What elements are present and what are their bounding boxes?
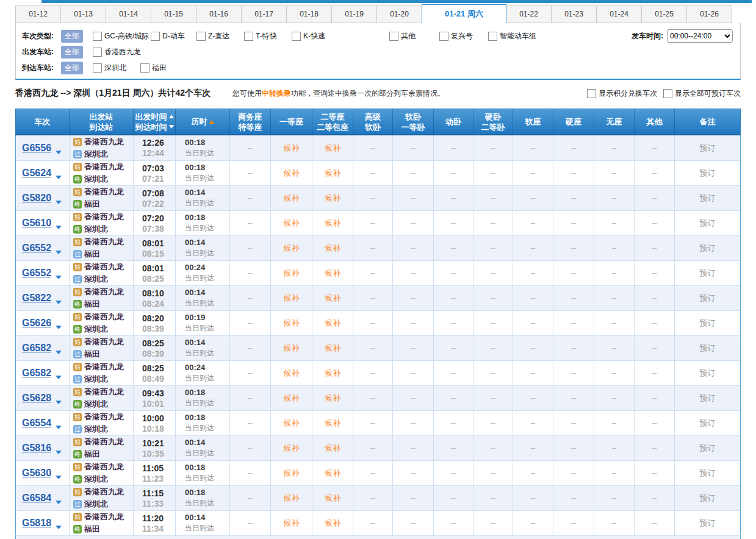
expand-caret-icon[interactable] — [56, 476, 62, 479]
checkbox-icon[interactable] — [93, 48, 102, 57]
date-tab-01-16[interactable]: 01-16 — [196, 5, 242, 23]
first-class-seat-cell[interactable]: 候补 — [271, 161, 312, 185]
arrive-station-all-button[interactable]: 全部 — [61, 62, 83, 74]
first-class-seat-cell[interactable]: 候补 — [271, 186, 312, 210]
first-class-seat-cell[interactable]: 候补 — [271, 386, 312, 410]
second-class-seat-cell[interactable]: 候补 — [312, 286, 353, 310]
date-tab-01-25[interactable]: 01-25 — [641, 5, 687, 23]
date-tab-01-24[interactable]: 01-24 — [596, 5, 642, 23]
date-tab-01-22[interactable]: 01-22 — [506, 5, 552, 23]
book-button[interactable]: 预订 — [675, 386, 740, 410]
expand-caret-icon[interactable] — [56, 376, 62, 379]
second-class-seat-cell[interactable]: 候补 — [312, 261, 353, 285]
first-class-seat-cell[interactable]: 候补 — [271, 511, 312, 535]
expand-caret-icon[interactable] — [56, 426, 62, 429]
date-tab-01-12[interactable]: 01-12 — [15, 5, 61, 23]
book-button[interactable]: 预订 — [675, 511, 740, 535]
checkbox-icon[interactable] — [244, 32, 253, 41]
train-number-link[interactable]: G5630 — [22, 468, 51, 479]
date-tab-01-17[interactable]: 01-17 — [241, 5, 287, 23]
train-number-link[interactable]: G5818 — [22, 518, 51, 529]
book-button[interactable]: 预订 — [675, 261, 740, 285]
checkbox-福田[interactable]: 福田 — [140, 63, 188, 73]
second-class-seat-cell[interactable]: 候补 — [312, 211, 353, 235]
book-button[interactable]: 预订 — [675, 461, 740, 485]
train-number-link[interactable]: G6582 — [22, 368, 51, 379]
second-class-seat-cell[interactable]: 候补 — [312, 186, 353, 210]
train-number-link[interactable]: G6552 — [22, 243, 51, 254]
checkbox-icon[interactable] — [389, 32, 398, 41]
checkbox-香港西九龙[interactable]: 香港西九龙 — [93, 47, 140, 57]
book-button[interactable]: 预订 — [675, 436, 740, 460]
book-button[interactable]: 预订 — [675, 361, 740, 385]
depart-time-select[interactable]: 00:00--24:00 — [667, 29, 733, 43]
book-button[interactable]: 预订 — [675, 286, 740, 310]
second-class-seat-cell[interactable]: 候补 — [312, 236, 353, 260]
first-class-seat-cell[interactable]: 候补 — [271, 211, 312, 235]
second-class-seat-cell[interactable]: 候补 — [312, 135, 353, 160]
train-number-link[interactable]: G6552 — [22, 268, 51, 279]
first-class-seat-cell[interactable]: 候补 — [271, 361, 312, 385]
train-number-link[interactable]: G5822 — [22, 293, 51, 304]
second-class-seat-cell[interactable]: 候补 — [312, 161, 353, 185]
expand-caret-icon[interactable] — [56, 226, 62, 229]
book-button[interactable]: 预订 — [675, 135, 740, 160]
checkbox-Z-直达[interactable]: Z-直达 — [196, 31, 244, 41]
expand-caret-icon[interactable] — [56, 351, 62, 354]
checkbox-icon[interactable] — [488, 32, 497, 41]
book-button[interactable]: 预订 — [675, 486, 740, 510]
expand-caret-icon[interactable] — [56, 251, 62, 254]
checkbox-icon[interactable] — [439, 32, 448, 41]
first-class-seat-cell[interactable]: 候补 — [271, 311, 312, 335]
col-header-times[interactable]: 出发时间到达时间 — [134, 109, 176, 134]
date-tab-01-15[interactable]: 01-15 — [151, 5, 196, 23]
train-number-link[interactable]: G6554 — [22, 418, 51, 429]
train-number-link[interactable]: G5624 — [22, 168, 51, 179]
book-button[interactable]: 预订 — [675, 311, 740, 335]
date-tab-01-18[interactable]: 01-18 — [286, 5, 332, 23]
expand-caret-icon[interactable] — [56, 401, 62, 404]
second-class-seat-cell[interactable]: 候补 — [312, 486, 353, 510]
date-tab-01-14[interactable]: 01-14 — [106, 5, 151, 23]
checkbox-其他[interactable]: 其他 — [389, 31, 439, 41]
date-tab-01-20[interactable]: 01-20 — [376, 5, 422, 23]
date-tab-01-13[interactable]: 01-13 — [60, 5, 106, 23]
book-button[interactable]: 预订 — [675, 336, 740, 360]
checkbox-GC-高铁/城际[interactable]: GC-高铁/城际 — [93, 31, 151, 41]
checkbox-T-特快[interactable]: T-特快 — [244, 31, 292, 41]
first-class-seat-cell[interactable]: 候补 — [271, 286, 312, 310]
checkbox-显示积分兑换车次[interactable]: 显示积分兑换车次 — [587, 88, 657, 99]
checkbox-K-快速[interactable]: K-快速 — [292, 31, 339, 41]
second-class-seat-cell[interactable]: 候补 — [312, 311, 353, 335]
second-class-seat-cell[interactable]: 候补 — [312, 511, 353, 535]
expand-caret-icon[interactable] — [56, 326, 62, 329]
train-number-link[interactable]: G5628 — [22, 393, 51, 404]
expand-caret-icon[interactable] — [56, 276, 62, 279]
first-class-seat-cell[interactable]: 候补 — [271, 261, 312, 285]
date-tab-01-21-周六[interactable]: 01-21 周六 — [422, 4, 506, 23]
book-button[interactable]: 预订 — [675, 161, 740, 185]
expand-caret-icon[interactable] — [56, 176, 62, 179]
book-button[interactable]: 预订 — [675, 211, 740, 235]
first-class-seat-cell[interactable]: 候补 — [271, 236, 312, 260]
expand-caret-icon[interactable] — [56, 501, 62, 504]
train-number-link[interactable]: G5820 — [22, 193, 51, 204]
second-class-seat-cell[interactable]: 候补 — [312, 336, 353, 360]
train-number-link[interactable]: G5816 — [22, 443, 51, 454]
checkbox-icon[interactable] — [93, 32, 102, 41]
checkbox-icon[interactable] — [151, 32, 160, 41]
second-class-seat-cell[interactable]: 候补 — [312, 361, 353, 385]
checkbox-icon[interactable] — [292, 32, 301, 41]
date-tab-01-23[interactable]: 01-23 — [551, 5, 597, 23]
date-tab-01-26[interactable]: 01-26 — [686, 5, 732, 23]
transfer-link[interactable]: 中转换乘 — [262, 89, 291, 98]
checkbox-D-动车[interactable]: D-动车 — [151, 31, 196, 41]
train-number-link[interactable]: G6582 — [22, 343, 51, 354]
train-number-link[interactable]: G5626 — [22, 318, 51, 329]
checkbox-icon[interactable] — [587, 89, 596, 98]
book-button[interactable]: 预订 — [675, 236, 740, 260]
expand-caret-icon[interactable] — [56, 451, 62, 454]
second-class-seat-cell[interactable]: 候补 — [312, 411, 353, 435]
date-tab-01-19[interactable]: 01-19 — [331, 5, 377, 23]
train-type-all-button[interactable]: 全部 — [61, 30, 83, 43]
